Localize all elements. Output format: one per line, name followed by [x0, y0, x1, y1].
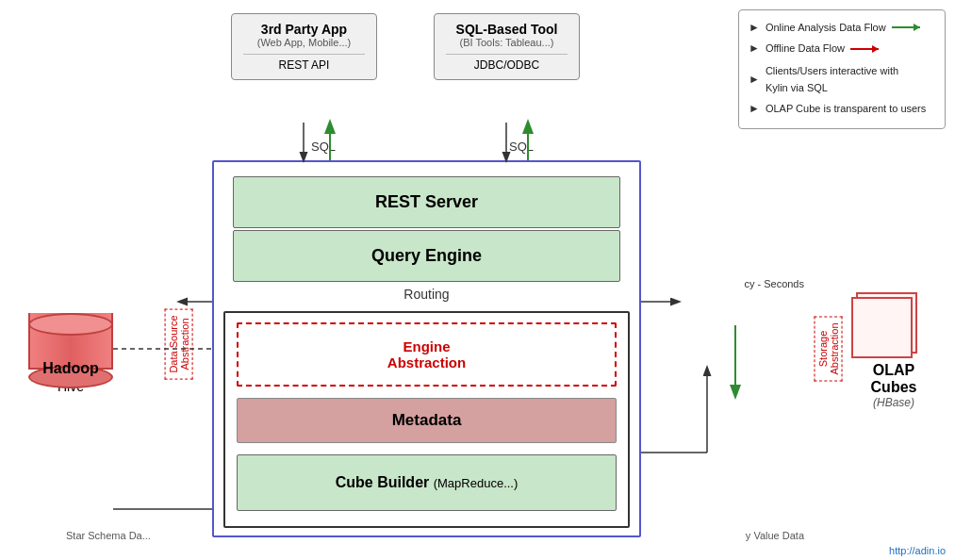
legend-online-label: Online Analysis Data Flow: [766, 19, 886, 37]
hadoop-title: Hadoop: [28, 360, 113, 377]
routing-label: Routing: [214, 287, 639, 302]
legend-red-arrow: [850, 48, 879, 50]
hadoop-hive-container: Hadoop Hive: [28, 302, 113, 394]
legend-green-arrow: [892, 26, 920, 28]
legend-offline-row: ► Offline Data Flow: [749, 39, 935, 58]
olap-title: OLAP Cubes: [851, 362, 936, 396]
latency-label: cy - Seconds: [744, 278, 804, 289]
legend-online-row: ► Online Analysis Data Flow: [749, 18, 935, 37]
inner-container: EngineAbstraction Metadata Cube Builder …: [223, 311, 630, 528]
engine-abstraction-box: EngineAbstraction: [237, 322, 617, 387]
legend-note-2-row: ► OLAP Cube is transparent to users: [749, 99, 935, 118]
olap-cube-3d: [851, 273, 936, 358]
sql-tool-subtitle: (BI Tools: Tableau...): [446, 37, 568, 48]
legend-offline-label: Offline Data Flow: [766, 40, 845, 58]
cylinder-top: [28, 313, 113, 336]
sql-based-tool-box: SQL-Based Tool (BI Tools: Tableau...) JD…: [434, 13, 580, 80]
diagram-container: ► Online Analysis Data Flow ► Offline Da…: [0, 0, 955, 560]
legend-triangle-1: ►: [749, 18, 760, 37]
olap-cubes-container: OLAP Cubes (HBase): [851, 273, 936, 409]
third-party-subtitle: (Web App, Mobile...): [243, 37, 365, 48]
storage-abstraction-wrapper: StorageAbstraction: [814, 316, 842, 381]
data-source-abstraction-wrapper: Data SourceAbstraction: [165, 308, 193, 379]
storage-abstraction-label: StorageAbstraction: [814, 316, 842, 381]
query-engine-box: Query Engine: [233, 230, 620, 282]
cube-builder-label: Cube Builder (MapReduce...): [336, 474, 519, 491]
rest-server-label: REST Server: [375, 192, 478, 212]
legend-triangle-4: ►: [749, 99, 760, 118]
cube-front-face: [851, 297, 913, 358]
hadoop-cylinder: [28, 313, 113, 388]
key-value-label: y Value Data: [746, 530, 804, 541]
legend-note-1-row: ► Clients/Users interactive withKylin vi…: [749, 62, 935, 97]
sql-tool-api: JDBC/ODBC: [446, 54, 568, 72]
metadata-box: Metadata: [237, 398, 617, 443]
legend-note-1: Clients/Users interactive withKylin via …: [766, 62, 898, 97]
engine-abstraction-label: EngineAbstraction: [387, 338, 466, 371]
cube-builder-box: Cube Builder (MapReduce...): [237, 454, 617, 511]
legend-note-2: OLAP Cube is transparent to users: [766, 100, 926, 118]
third-party-title: 3rd Party App: [243, 22, 365, 37]
star-schema-label: Star Schema Da...: [66, 530, 151, 541]
legend-triangle-2: ►: [749, 39, 760, 58]
rest-server-box: REST Server: [233, 176, 620, 228]
third-party-app-box: 3rd Party App (Web App, Mobile...) REST …: [231, 13, 377, 80]
legend-triangle-3: ►: [749, 70, 760, 89]
url-label: http://adin.io: [889, 545, 946, 556]
legend-box: ► Online Analysis Data Flow ► Offline Da…: [738, 9, 946, 129]
main-container: REST Server Query Engine Routing EngineA…: [212, 160, 641, 537]
olap-sublabel: (HBase): [851, 396, 936, 409]
sql-label-right: SQL: [509, 140, 534, 154]
query-engine-label: Query Engine: [371, 246, 482, 266]
data-source-abstraction-label: Data SourceAbstraction: [165, 308, 193, 379]
third-party-api: REST API: [243, 54, 365, 72]
metadata-label: Metadata: [392, 411, 462, 430]
sql-tool-title: SQL-Based Tool: [446, 22, 568, 37]
sql-label-left: SQL: [311, 140, 336, 154]
